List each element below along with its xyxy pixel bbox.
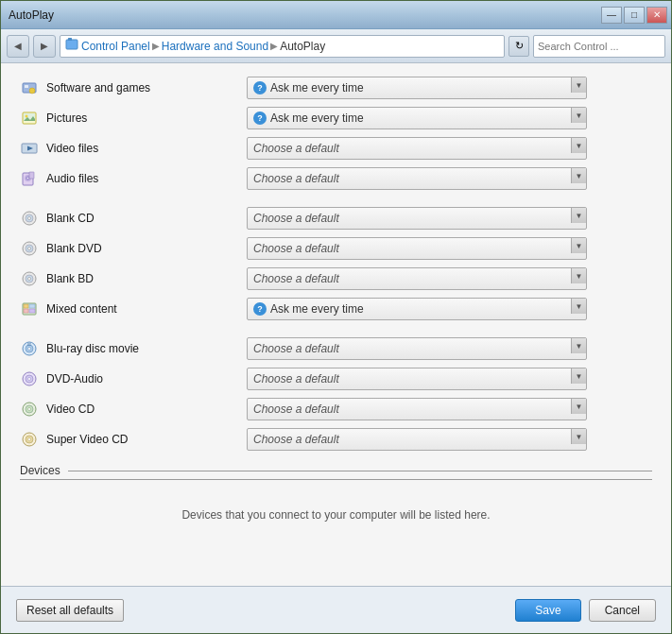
super-video-cd-icon xyxy=(20,430,39,449)
dropdown-arrow: ▼ xyxy=(571,108,586,123)
breadcrumb-icon xyxy=(64,37,79,55)
blank-dvd-dropdown[interactable]: Choose a default ▼ xyxy=(247,237,587,260)
software-games-value: Ask me every time xyxy=(270,81,364,94)
bottom-bar: Reset all defaults Save Cancel xyxy=(1,586,671,633)
mixed-content-icon xyxy=(20,300,39,318)
svg-point-38 xyxy=(28,408,31,411)
title-buttons: — □ ✕ xyxy=(601,7,667,24)
ask-icon: ? xyxy=(253,111,267,125)
audio-files-value: Choose a default xyxy=(253,172,339,185)
minimize-button[interactable]: — xyxy=(601,7,622,24)
dropdown-arrow: ▼ xyxy=(571,138,586,153)
dropdown-arrow: ▼ xyxy=(571,368,586,384)
search-input[interactable] xyxy=(538,41,668,52)
audio-files-label: Audio files xyxy=(46,172,98,185)
search-box: 🔍 xyxy=(533,35,665,58)
dropdown-arrow: ▼ xyxy=(571,299,586,314)
svg-point-41 xyxy=(28,438,31,441)
close-button[interactable]: ✕ xyxy=(646,7,667,24)
back-button[interactable]: ◀ xyxy=(7,35,29,58)
video-cd-dropdown[interactable]: Choose a default ▼ xyxy=(247,398,587,420)
setting-label: Blank DVD xyxy=(20,239,247,258)
setting-row-bluray: BD Blu-ray disc movie Choose a default ▼ xyxy=(20,334,652,364)
breadcrumb-autoplay: AutoPlay xyxy=(280,40,325,53)
svg-rect-1 xyxy=(68,38,72,41)
breadcrumb: Control Panel ▶ Hardware and Sound ▶ Aut… xyxy=(60,35,505,58)
svg-rect-14 xyxy=(29,172,34,179)
blank-dvd-icon xyxy=(20,239,39,258)
setting-row-software-games: Software and games ? Ask me every time ▼ xyxy=(20,73,652,103)
svg-rect-28 xyxy=(29,309,35,313)
setting-label: BD Blu-ray disc movie xyxy=(20,339,247,358)
setting-label: Software and games xyxy=(20,78,247,97)
audio-icon xyxy=(20,169,39,188)
main-window: AutoPlay — □ ✕ ◀ ▶ Control Panel ▶ Hardw… xyxy=(0,0,672,634)
devices-header: Devices xyxy=(20,464,652,480)
address-bar: ◀ ▶ Control Panel ▶ Hardware and Sound ▶… xyxy=(1,29,671,63)
save-button[interactable]: Save xyxy=(515,599,580,622)
setting-row-blank-dvd: Blank DVD Choose a default ▼ xyxy=(20,233,652,264)
svg-point-4 xyxy=(29,88,35,94)
blank-dvd-value: Choose a default xyxy=(253,242,339,255)
setting-label: Video files xyxy=(20,139,247,158)
pictures-dropdown[interactable]: ? Ask me every time ▼ xyxy=(247,107,587,129)
scroll-area[interactable]: Software and games ? Ask me every time ▼ xyxy=(1,63,671,586)
bottom-right-buttons: Save Cancel xyxy=(515,599,656,622)
blank-bd-label: Blank BD xyxy=(46,272,94,285)
ask-icon: ? xyxy=(253,81,267,94)
dvd-audio-dropdown[interactable]: Choose a default ▼ xyxy=(247,368,587,390)
breadcrumb-hardware-sound[interactable]: Hardware and Sound xyxy=(162,40,268,53)
devices-message: Devices that you connect to your compute… xyxy=(20,489,652,540)
software-games-label: Software and games xyxy=(46,81,150,94)
dvd-audio-icon xyxy=(20,369,39,388)
svg-rect-25 xyxy=(24,304,28,308)
mixed-content-value: Ask me every time xyxy=(270,302,364,316)
video-files-dropdown[interactable]: Choose a default ▼ xyxy=(247,137,587,160)
maximize-button[interactable]: □ xyxy=(624,7,645,24)
svg-point-31 xyxy=(28,348,31,351)
setting-row-audio-files: Audio files Choose a default ▼ xyxy=(20,163,652,194)
settings-group-2: Blank CD Choose a default ▼ xyxy=(20,203,652,324)
breadcrumb-control-panel[interactable]: Control Panel xyxy=(81,40,150,53)
svg-rect-0 xyxy=(66,40,78,49)
forward-button[interactable]: ▶ xyxy=(33,35,56,58)
setting-label: Pictures xyxy=(20,109,247,128)
svg-point-20 xyxy=(28,248,31,250)
video-cd-value: Choose a default xyxy=(253,403,339,416)
svg-point-13 xyxy=(27,178,29,180)
pictures-label: Pictures xyxy=(46,111,87,125)
pictures-icon xyxy=(20,109,39,128)
setting-label: Mixed content xyxy=(20,300,247,318)
reset-all-defaults-button[interactable]: Reset all defaults xyxy=(16,599,124,622)
dropdown-arrow: ▼ xyxy=(571,77,586,93)
setting-row-blank-cd: Blank CD Choose a default ▼ xyxy=(20,203,652,233)
mixed-content-label: Mixed content xyxy=(46,302,117,316)
devices-section: Devices Devices that you connect to your… xyxy=(20,464,652,540)
blank-cd-dropdown[interactable]: Choose a default ▼ xyxy=(247,207,587,230)
bluray-dropdown[interactable]: Choose a default ▼ xyxy=(247,337,587,360)
setting-label: Video CD xyxy=(20,400,247,419)
blank-bd-dropdown[interactable]: Choose a default ▼ xyxy=(247,267,587,290)
refresh-button[interactable]: ↻ xyxy=(508,36,529,57)
ask-icon: ? xyxy=(253,302,267,316)
dropdown-arrow: ▼ xyxy=(571,268,586,283)
dropdown-arrow: ▼ xyxy=(571,168,586,183)
setting-label: Super Video CD xyxy=(20,430,247,449)
setting-row-video-cd: Video CD Choose a default ▼ xyxy=(20,394,652,424)
svg-point-23 xyxy=(28,278,31,281)
mixed-content-dropdown[interactable]: ? Ask me every time ▼ xyxy=(247,298,587,320)
super-video-cd-dropdown[interactable]: Choose a default ▼ xyxy=(247,428,587,451)
bluray-icon: BD xyxy=(20,339,39,358)
setting-row-mixed-content: Mixed content ? Ask me every time ▼ xyxy=(20,294,652,324)
bluray-value: Choose a default xyxy=(253,342,339,355)
main-content: Software and games ? Ask me every time ▼ xyxy=(1,63,671,633)
super-video-cd-value: Choose a default xyxy=(253,433,339,446)
cancel-button[interactable]: Cancel xyxy=(589,599,656,622)
setting-row-pictures: Pictures ? Ask me every time ▼ xyxy=(20,103,652,133)
audio-files-dropdown[interactable]: Choose a default ▼ xyxy=(247,167,587,190)
settings-group-3: BD Blu-ray disc movie Choose a default ▼ xyxy=(20,334,652,454)
blank-dvd-label: Blank DVD xyxy=(46,242,102,255)
software-games-dropdown[interactable]: ? Ask me every time ▼ xyxy=(247,77,587,99)
setting-label: Blank CD xyxy=(20,209,247,228)
svg-rect-26 xyxy=(29,304,35,308)
